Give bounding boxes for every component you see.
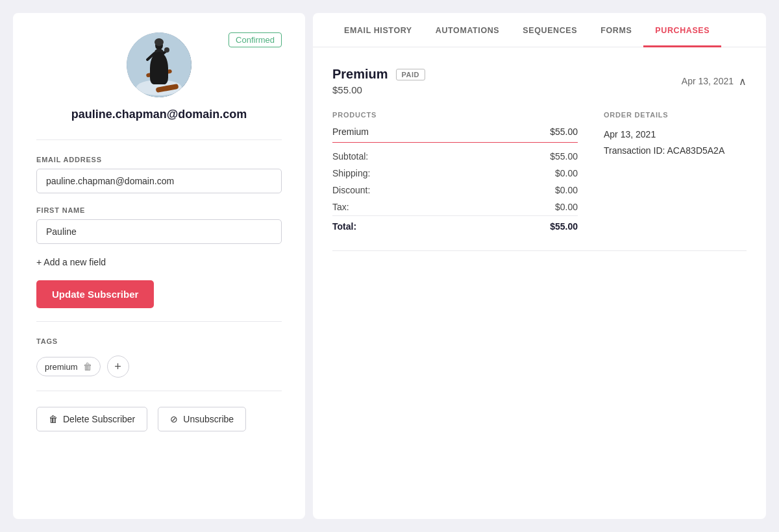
tab-automations[interactable]: AUTOMATIONS: [424, 13, 512, 47]
bottom-actions: 🗑 Delete Subscriber ⊘ Unsubscribe: [36, 391, 282, 431]
product-price: $55.00: [550, 127, 578, 137]
purchase-date-row: Apr 13, 2021 ∧: [682, 75, 747, 88]
first-name-label: FIRST NAME: [36, 206, 282, 214]
total-label: Total:: [332, 216, 474, 236]
order-details-header: ORDER DETAILS: [604, 111, 747, 119]
subtotal-row: Subtotal: $55.00: [332, 148, 578, 165]
right-panel: EMAIL HISTORY AUTOMATIONS SEQUENCES FORM…: [313, 13, 766, 519]
discount-value: $0.00: [474, 182, 578, 199]
product-name: Premium: [332, 127, 369, 137]
product-row: Premium $55.00: [332, 127, 578, 143]
svg-rect-6: [159, 61, 163, 73]
order-details-column: ORDER DETAILS Apr 13, 2021 Transaction I…: [578, 111, 747, 235]
first-name-input[interactable]: [36, 219, 282, 244]
profile-section: Confirmed: [36, 32, 282, 140]
order-info: Apr 13, 2021 Transaction ID: ACA83D5A2A: [604, 127, 747, 159]
purchase-title-row: Premium PAID: [332, 67, 425, 82]
add-field-link[interactable]: + Add a new field: [36, 257, 282, 267]
purchase-details: PRODUCTS Premium $55.00 Subtotal: $55.00: [332, 111, 747, 235]
email-address-input[interactable]: [36, 169, 282, 193]
email-address-label: EMAIL ADDRESS: [36, 156, 282, 163]
tag-chip: premium 🗑: [36, 357, 101, 376]
confirmed-badge: Confirmed: [229, 32, 282, 47]
purchase-amount: $55.00: [332, 84, 425, 95]
transaction-label: Transaction ID:: [604, 145, 665, 156]
unsubscribe-icon: ⊘: [170, 414, 178, 424]
tags-title: TAGS: [36, 337, 282, 345]
unsubscribe-button[interactable]: ⊘ Unsubscribe: [158, 407, 246, 431]
purchase-name: Premium: [332, 67, 388, 82]
tax-value: $0.00: [474, 199, 578, 216]
svg-point-10: [164, 47, 169, 53]
update-subscriber-button[interactable]: Update Subscriber: [36, 280, 154, 308]
tax-row: Tax: $0.00: [332, 199, 578, 216]
email-field-group: EMAIL ADDRESS: [36, 156, 282, 193]
shipping-value: $0.00: [474, 165, 578, 182]
products-column: PRODUCTS Premium $55.00 Subtotal: $55.00: [332, 111, 578, 235]
fields-section: EMAIL ADDRESS FIRST NAME + Add a new fie…: [36, 140, 282, 308]
transaction-id: Transaction ID: ACA83D5A2A: [604, 143, 747, 159]
left-panel: Confirmed: [13, 13, 305, 519]
discount-label: Discount:: [332, 182, 474, 199]
subtotal-label: Subtotal:: [332, 148, 474, 165]
tabs-nav: EMAIL HISTORY AUTOMATIONS SEQUENCES FORM…: [313, 13, 766, 47]
tab-sequences[interactable]: SEQUENCES: [511, 13, 589, 47]
tax-label: Tax:: [332, 199, 474, 216]
tag-delete-icon[interactable]: 🗑: [83, 361, 92, 372]
order-date: Apr 13, 2021: [604, 127, 747, 143]
svg-rect-5: [155, 61, 159, 73]
svg-rect-4: [155, 49, 164, 56]
delete-subscriber-button[interactable]: 🗑 Delete Subscriber: [36, 407, 147, 431]
avatar-image: [127, 32, 192, 97]
trash-icon: 🗑: [49, 414, 58, 424]
svg-point-2: [155, 38, 164, 46]
delete-subscriber-label: Delete Subscriber: [63, 414, 135, 424]
avatar: [127, 32, 192, 97]
discount-row: Discount: $0.00: [332, 182, 578, 199]
add-tag-button[interactable]: +: [107, 356, 129, 378]
purchase-header: Premium PAID $55.00 Apr 13, 2021 ∧: [332, 67, 747, 95]
tag-name: premium: [45, 362, 78, 372]
tab-forms[interactable]: FORMS: [589, 13, 643, 47]
shipping-label: Shipping:: [332, 165, 474, 182]
total-value: $55.00: [474, 216, 578, 236]
unsubscribe-label: Unsubscribe: [183, 414, 234, 424]
purchases-content: Premium PAID $55.00 Apr 13, 2021 ∧ PRODU…: [313, 47, 766, 519]
shipping-row: Shipping: $0.00: [332, 165, 578, 182]
purchase-date: Apr 13, 2021: [682, 76, 734, 86]
purchase-card: Premium PAID $55.00 Apr 13, 2021 ∧ PRODU…: [332, 67, 747, 251]
paid-badge: PAID: [396, 69, 425, 80]
tags-list: premium 🗑 +: [36, 356, 282, 378]
tab-purchases[interactable]: PURCHASES: [643, 13, 721, 47]
total-row: Total: $55.00: [332, 216, 578, 236]
totals-table: Subtotal: $55.00 Shipping: $0.00 Discoun…: [332, 148, 578, 235]
first-name-field-group: FIRST NAME: [36, 206, 282, 244]
chevron-up-icon[interactable]: ∧: [739, 75, 747, 88]
tags-section: TAGS premium 🗑 +: [36, 321, 282, 378]
products-header: PRODUCTS: [332, 111, 578, 119]
purchase-title-area: Premium PAID $55.00: [332, 67, 425, 95]
subscriber-email: pauline.chapman@domain.com: [71, 108, 247, 121]
tab-email-history[interactable]: EMAIL HISTORY: [332, 13, 424, 47]
subtotal-value: $55.00: [474, 148, 578, 165]
transaction-id-value: ACA83D5A2A: [667, 145, 725, 156]
svg-point-11: [136, 80, 182, 95]
